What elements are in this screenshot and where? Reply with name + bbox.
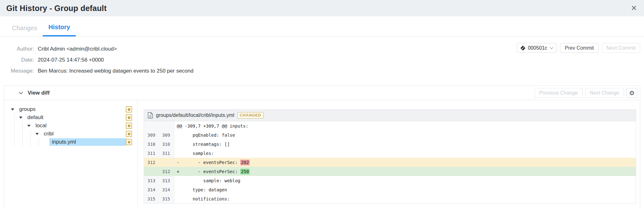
date-row: Date: 2024-07-25 14:47:56 +0000 [0,54,193,65]
diff-settings-button[interactable]: ⚙ [626,88,637,98]
view-diff-body: groups default local cr [4,100,640,208]
commit-controls: 000501c Prev Commit Next Commit [517,43,640,53]
tab-history[interactable]: History [43,24,76,36]
view-diff-panel: View diff Previous Change Next Change ⚙ … [4,85,640,208]
caret-down-icon[interactable] [27,125,31,127]
line-text: pqEnabled: false [182,133,235,138]
commit-select[interactable]: 000501c [517,43,557,53]
message-label: Message: [0,68,34,74]
message-row: Message: Ben Marcus: Increased weblog da… [0,65,193,76]
author-value: Cribl Admin <admin@cribl.cloud> [38,46,117,52]
new-line-number: 312 [159,167,174,176]
line-text: sample: weblog [182,178,240,183]
close-icon[interactable]: ✕ [631,4,637,12]
modified-badge [126,123,132,129]
tree-row-cribl[interactable]: cribl [4,130,137,138]
modified-badge [126,114,132,121]
new-line-number: 309 [159,130,174,140]
diff-line: 313 313 sample: weblog [144,176,636,185]
diff-line: 311 311 samples: [144,149,636,158]
modified-badge [126,139,132,145]
next-commit-button[interactable]: Next Commit [602,43,640,53]
modified-badge [126,106,132,112]
diff-nav-buttons: Previous Change Next Change ⚙ [535,88,637,98]
tab-bar: Changes History [0,16,644,36]
tree-row-groups[interactable]: groups [4,105,137,113]
diff-line: 315 315 notifications: [144,194,636,203]
new-line-number: 315 [159,194,174,203]
diff-file-header: groups/default/local/cribl/inputs.yml CH… [144,109,636,121]
removed-token: 202 [240,160,249,165]
diff-pane: groups/default/local/cribl/inputs.yml CH… [137,100,640,208]
new-line-number: 314 [159,185,174,194]
dialog-header: Git History - Group default ✕ [0,0,644,16]
diff-line-removed: 312 - - eventsPerSec: 202 [144,158,636,167]
new-line-number: 311 [159,149,174,158]
author-label: Author: [0,46,34,52]
new-line-number [159,158,174,167]
view-diff-header: View diff Previous Change Next Change ⚙ [4,86,640,100]
date-value: 2024-07-25 14:47:56 +0000 [38,57,104,63]
tree-label-inputs-yml[interactable]: inputs.yml [49,138,126,146]
git-commit-icon [520,46,525,51]
tree-row-default[interactable]: default [4,113,137,122]
chevron-down-icon [550,47,553,49]
date-label: Date: [0,57,34,63]
old-line-number: 313 [144,176,159,185]
tree-row-inputs-yml[interactable]: inputs.yml [4,138,137,146]
caret-down-icon[interactable] [19,117,22,119]
message-value: Ben Marcus: Increased weblog datagen eve… [38,68,193,74]
caret-down-icon[interactable] [11,108,14,111]
diff-line: 310 310 streamtags: [] [144,140,636,149]
old-line-number: 310 [144,140,159,149]
prev-commit-button[interactable]: Prev Commit [560,43,598,53]
tree-label-cribl[interactable]: cribl [41,130,56,138]
new-line-number: 313 [159,176,174,185]
hunk-header: @@ -309,7 +309,7 @@ inputs: [174,121,636,130]
tab-changes[interactable]: Changes [6,25,43,36]
line-text: - eventsPerSec: [182,169,240,174]
dialog-title: Git History - Group default [6,4,107,13]
commit-meta: Author: Cribl Admin <admin@cribl.cloud> … [0,43,193,76]
commit-id: 000501c [528,45,547,51]
old-line-number [144,167,159,176]
diff-line: 309 309 pqEnabled: false [144,130,636,140]
added-token: 250 [240,169,249,174]
line-text: samples: [182,151,214,156]
line-text: type: datagen [182,187,227,192]
file-tree: groups default local cr [4,100,137,208]
tree-label-groups[interactable]: groups [17,106,38,113]
line-text: streamtags: [] [182,142,230,147]
tree-label-default[interactable]: default [25,114,46,121]
line-text: - eventsPerSec: [182,160,240,165]
collapse-chevron-icon[interactable] [19,91,23,95]
diff-file-path: groups/default/local/cribl/inputs.yml [156,112,234,118]
view-diff-title: View diff [28,90,50,96]
old-line-number: 315 [144,194,159,203]
diff-line-added: 312 + - eventsPerSec: 250 [144,167,636,176]
caret-down-icon[interactable] [36,133,39,135]
author-row: Author: Cribl Admin <admin@cribl.cloud> [0,43,193,54]
tree-row-local[interactable]: local [4,122,137,130]
diff-line: 314 314 type: datagen [144,185,636,194]
file-icon [148,112,153,118]
gear-icon: ⚙ [629,90,635,96]
line-text: notifications: [182,196,230,201]
modified-badge [126,131,132,137]
new-line-number: 310 [159,140,174,149]
changed-status-badge: CHANGED [237,112,264,118]
next-change-button[interactable]: Next Change [585,88,624,98]
previous-change-button[interactable]: Previous Change [535,88,583,98]
old-line-number: 312 [144,158,159,167]
old-line-number: 311 [144,149,159,158]
tree-label-local[interactable]: local [33,122,49,129]
diff-table: @@ -309,7 +309,7 @@ inputs: 309 309 pqEn… [144,121,636,204]
old-line-number: 314 [144,185,159,194]
diff-hunk-row: @@ -309,7 +309,7 @@ inputs: [144,121,636,130]
old-line-number: 309 [144,130,159,140]
